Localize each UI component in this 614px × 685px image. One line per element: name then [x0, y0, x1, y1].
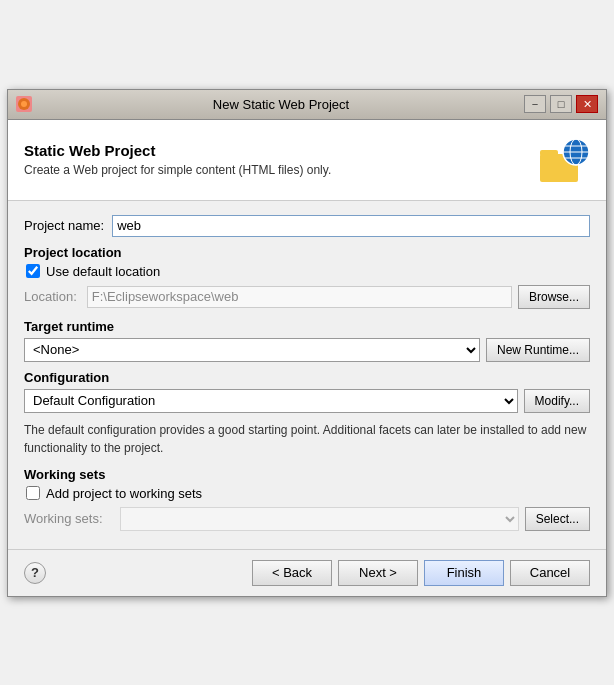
working-sets-row: Working sets: Select...	[24, 507, 590, 531]
config-description: The default configuration provides a goo…	[24, 421, 590, 457]
header-section: Static Web Project Create a Web project …	[8, 120, 606, 201]
header-icon	[538, 134, 590, 186]
add-to-working-sets-label: Add project to working sets	[46, 486, 202, 501]
location-label: Location:	[24, 289, 77, 304]
working-sets-field-label: Working sets:	[24, 511, 114, 526]
configuration-row: Default Configuration Modify...	[24, 389, 590, 413]
target-runtime-select[interactable]: <None>	[24, 338, 480, 362]
project-name-row: Project name:	[24, 215, 590, 237]
maximize-button[interactable]: □	[550, 95, 572, 113]
configuration-label: Configuration	[24, 370, 590, 385]
target-runtime-row: <None> New Runtime...	[24, 338, 590, 362]
back-button[interactable]: < Back	[252, 560, 332, 586]
window-title: New Static Web Project	[38, 97, 524, 112]
new-runtime-button[interactable]: New Runtime...	[486, 338, 590, 362]
project-name-label: Project name:	[24, 218, 104, 233]
use-default-location-checkbox[interactable]	[26, 264, 40, 278]
target-runtime-label: Target runtime	[24, 319, 590, 334]
svg-point-1	[21, 101, 27, 107]
add-to-working-sets-row: Add project to working sets	[26, 486, 590, 501]
cancel-button[interactable]: Cancel	[510, 560, 590, 586]
title-bar: New Static Web Project − □ ✕	[8, 90, 606, 120]
footer: ? < Back Next > Finish Cancel	[8, 549, 606, 596]
location-row: Location: Browse...	[24, 285, 590, 309]
header-text: Static Web Project Create a Web project …	[24, 142, 528, 177]
footer-left: ?	[24, 562, 46, 584]
add-to-working-sets-checkbox[interactable]	[26, 486, 40, 500]
help-button[interactable]: ?	[24, 562, 46, 584]
minimize-button[interactable]: −	[524, 95, 546, 113]
next-button[interactable]: Next >	[338, 560, 418, 586]
location-input[interactable]	[87, 286, 512, 308]
app-icon	[16, 96, 32, 112]
modify-button[interactable]: Modify...	[524, 389, 590, 413]
svg-rect-3	[540, 150, 558, 156]
footer-buttons: < Back Next > Finish Cancel	[252, 560, 590, 586]
working-sets-select[interactable]	[120, 507, 519, 531]
project-location-label: Project location	[24, 245, 590, 260]
close-button[interactable]: ✕	[576, 95, 598, 113]
main-window: New Static Web Project − □ ✕ Static Web …	[7, 89, 607, 597]
use-default-location-row: Use default location	[26, 264, 590, 279]
header-title: Static Web Project	[24, 142, 528, 159]
project-name-input[interactable]	[112, 215, 590, 237]
configuration-select[interactable]: Default Configuration	[24, 389, 518, 413]
content-area: Project name: Project location Use defau…	[8, 201, 606, 549]
working-sets-label: Working sets	[24, 467, 590, 482]
header-subtitle: Create a Web project for simple content …	[24, 163, 528, 177]
select-button[interactable]: Select...	[525, 507, 590, 531]
window-controls: − □ ✕	[524, 95, 598, 113]
use-default-location-label: Use default location	[46, 264, 160, 279]
browse-button[interactable]: Browse...	[518, 285, 590, 309]
finish-button[interactable]: Finish	[424, 560, 504, 586]
